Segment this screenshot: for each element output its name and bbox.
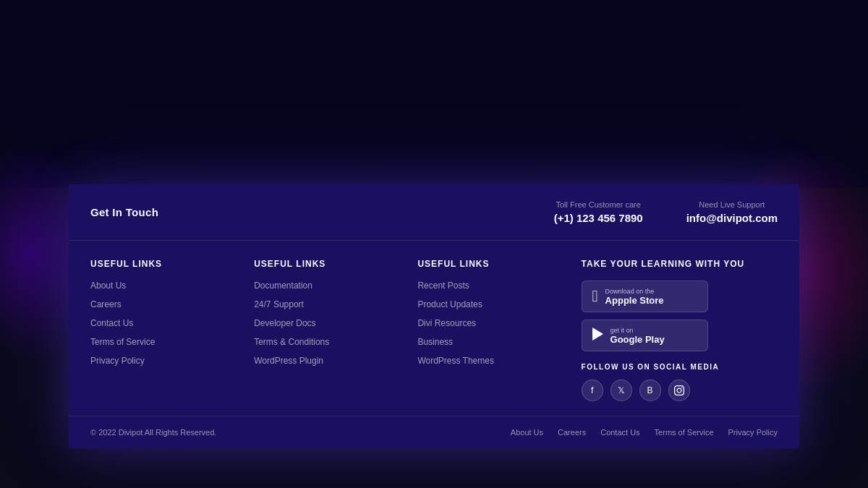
link-divi-resources[interactable]: Divi Resources <box>417 318 581 328</box>
link-documentation[interactable]: Documentation <box>254 281 417 291</box>
apple-store-text: Download on the Appple Store <box>605 288 664 306</box>
bottom-link-careers[interactable]: Careers <box>558 428 586 437</box>
footer-bottom: © 2022 Divipot All Rights Reserved. Abou… <box>69 416 799 448</box>
link-wordpress-plugin[interactable]: WordPress Plugin <box>254 356 417 366</box>
instagram-icon[interactable] <box>668 380 690 401</box>
bottom-link-contact[interactable]: Contact Us <box>600 428 639 437</box>
live-support-info: Need Live Support info@divipot.com <box>686 200 778 224</box>
link-business[interactable]: Business <box>417 337 581 347</box>
toll-free-label: Toll Free Customer care <box>554 200 643 209</box>
get-in-touch-label: Get In Touch <box>90 206 158 218</box>
google-play-text: get it on Google Play <box>610 327 665 345</box>
social-icons-row: f 𝕏 B <box>582 380 778 401</box>
contact-info: Toll Free Customer care (+1) 123 456 789… <box>554 200 778 224</box>
link-developer-docs[interactable]: Developer Docs <box>254 318 417 328</box>
google-play-button[interactable]: get it on Google Play <box>582 320 708 351</box>
email-address: info@divipot.com <box>686 212 778 224</box>
apple-label-small: Download on the <box>605 288 664 295</box>
col3-title: USEFUL LINKS <box>417 259 581 269</box>
link-product-updates[interactable]: Product Updates <box>417 299 581 309</box>
footer-col-2: USEFUL LINKS Documentation 24/7 Support … <box>254 259 417 401</box>
footer-col-1: USEFUL LINKS About Us Careers Contact Us… <box>90 259 254 401</box>
footer-col-3: USEFUL LINKS Recent Posts Product Update… <box>417 259 581 401</box>
bottom-nav-links: About Us Careers Contact Us Terms of Ser… <box>511 428 778 437</box>
bottom-link-about[interactable]: About Us <box>511 428 543 437</box>
link-careers[interactable]: Careers <box>90 299 254 309</box>
behance-icon[interactable]: B <box>639 380 661 401</box>
link-contact-us[interactable]: Contact Us <box>90 318 254 328</box>
apple-label-large: Appple Store <box>605 295 664 306</box>
footer-top: Get In Touch Toll Free Customer care (+1… <box>69 184 799 241</box>
link-support[interactable]: 24/7 Support <box>254 299 417 309</box>
twitter-icon[interactable]: 𝕏 <box>610 380 632 401</box>
link-about-us[interactable]: About Us <box>90 281 254 291</box>
toll-free-info: Toll Free Customer care (+1) 123 456 789… <box>554 200 643 224</box>
link-terms-conditions[interactable]: Terms & Conditions <box>254 337 417 347</box>
link-terms-service[interactable]: Terms of Service <box>90 337 254 347</box>
play-store-icon <box>592 326 603 345</box>
footer-col-4: Take Your Learning With You  Download o… <box>582 259 778 401</box>
apple-icon:  <box>592 287 598 306</box>
social-title: FOLLOW US ON SOCIAL MEDIA <box>582 363 778 371</box>
bottom-link-terms[interactable]: Terms of Service <box>655 428 714 437</box>
facebook-icon[interactable]: f <box>582 380 603 401</box>
col1-title: USEFUL LINKS <box>90 259 254 269</box>
link-recent-posts[interactable]: Recent Posts <box>417 281 581 291</box>
col2-title: USEFUL LINKS <box>254 259 417 269</box>
bg-glow-top <box>0 0 868 188</box>
copyright-text: © 2022 Divipot All Rights Reserved. <box>90 428 216 437</box>
footer-links-section: USEFUL LINKS About Us Careers Contact Us… <box>69 241 799 416</box>
live-support-label: Need Live Support <box>686 200 778 209</box>
link-privacy-policy[interactable]: Privacy Policy <box>90 356 254 366</box>
bottom-link-privacy[interactable]: Privacy Policy <box>728 428 778 437</box>
footer: Get In Touch Toll Free Customer care (+1… <box>69 184 799 448</box>
link-wordpress-themes[interactable]: WordPress Themes <box>417 356 581 366</box>
phone-number: (+1) 123 456 7890 <box>554 212 643 224</box>
google-label-large: Google Play <box>610 334 665 345</box>
col4-title: Take Your Learning With You <box>582 259 778 269</box>
google-label-small: get it on <box>610 327 665 334</box>
apple-store-button[interactable]:  Download on the Appple Store <box>582 281 708 312</box>
